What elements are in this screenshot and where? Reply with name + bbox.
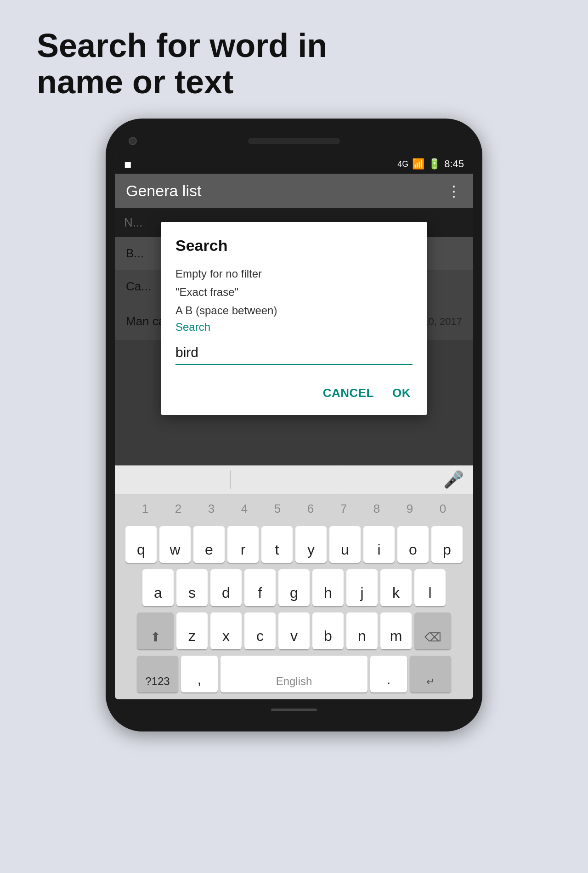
comma-key[interactable]: ,: [181, 656, 218, 692]
app-toolbar: Genera list ⋮: [115, 174, 473, 208]
symbols-key[interactable]: ?123: [137, 656, 178, 692]
phone-screen: ◼ 4G 📶 🔋 8:45 Genera list ⋮ N...: [115, 154, 473, 699]
signal-label: 4G: [397, 159, 408, 169]
key-o[interactable]: o: [397, 526, 429, 563]
key-r[interactable]: r: [227, 526, 259, 563]
num-7: 7: [328, 497, 359, 520]
phone-frame: ◼ 4G 📶 🔋 8:45 Genera list ⋮ N...: [106, 119, 482, 731]
phone-top-bar: [115, 132, 473, 154]
dialog-title: Search: [175, 237, 413, 255]
keyboard-row-4: ?123 , English . ↵: [115, 652, 473, 699]
key-t[interactable]: t: [261, 526, 293, 563]
keyboard-row-1: q w e r t y u i o p: [115, 523, 473, 566]
space-key[interactable]: English: [220, 656, 368, 692]
key-p[interactable]: p: [431, 526, 463, 563]
key-c[interactable]: c: [244, 612, 276, 649]
phone-bottom-bar: [115, 699, 473, 718]
key-g[interactable]: g: [278, 569, 310, 606]
num-1: 1: [130, 497, 161, 520]
key-f[interactable]: f: [244, 569, 276, 606]
cancel-button[interactable]: CANCEL: [321, 382, 376, 404]
notification-icon: ◼: [124, 159, 132, 170]
signal-bars-icon: 📶: [412, 158, 424, 170]
enter-key[interactable]: ↵: [410, 656, 451, 692]
keyboard-row-3: ⬆ z x c v b n m ⌫: [115, 609, 473, 652]
dialog-hint-link: Search: [175, 321, 413, 334]
num-6: 6: [295, 497, 326, 520]
battery-icon: 🔋: [428, 158, 441, 170]
key-s[interactable]: s: [176, 569, 208, 606]
dialog-overlay: Search Empty for no filter "Exact frase"…: [115, 208, 473, 465]
backspace-icon: ⌫: [424, 630, 441, 645]
app-content: N... B... Ca... Man cards Dec 10, 2017 S…: [115, 208, 473, 465]
key-j[interactable]: j: [346, 569, 378, 606]
key-n[interactable]: n: [346, 612, 378, 649]
dialog-actions: CANCEL OK: [175, 379, 413, 404]
dialog-hint-2: "Exact frase": [175, 284, 413, 300]
home-indicator: [271, 709, 317, 711]
page-title: Search for word in name or text: [0, 0, 364, 119]
time-label: 8:45: [444, 158, 464, 170]
key-x[interactable]: x: [210, 612, 242, 649]
keyboard-row-2: a s d f g h j k l: [115, 566, 473, 609]
key-y[interactable]: y: [295, 526, 327, 563]
enter-icon: ↵: [426, 676, 435, 688]
num-4: 4: [229, 497, 260, 520]
key-u[interactable]: u: [329, 526, 361, 563]
status-right: 4G 📶 🔋 8:45: [397, 158, 464, 170]
phone-mockup: ◼ 4G 📶 🔋 8:45 Genera list ⋮ N...: [106, 119, 482, 731]
keyboard: 🎤 1 2 3 4 5 6 7 8 9 0 q: [115, 465, 473, 699]
key-a[interactable]: a: [142, 569, 174, 606]
key-q[interactable]: q: [125, 526, 157, 563]
shift-key[interactable]: ⬆: [137, 612, 174, 649]
status-left: ◼: [124, 159, 132, 170]
number-row: 1 2 3 4 5 6 7 8 9 0: [115, 494, 473, 523]
key-e[interactable]: e: [193, 526, 225, 563]
search-dialog: Search Empty for no filter "Exact frase"…: [161, 222, 427, 415]
suggestion-divider-3: [337, 471, 443, 489]
search-input[interactable]: [175, 341, 413, 365]
num-8: 8: [361, 497, 392, 520]
toolbar-title: Genera list: [126, 182, 201, 200]
key-d[interactable]: d: [210, 569, 242, 606]
backspace-key[interactable]: ⌫: [414, 612, 451, 649]
camera: [129, 137, 137, 145]
num-3: 3: [196, 497, 227, 520]
key-l[interactable]: l: [414, 569, 446, 606]
dialog-input-wrapper: [175, 341, 413, 365]
suggestion-divider-2: [231, 471, 337, 489]
speaker: [248, 138, 340, 144]
shift-icon: ⬆: [150, 629, 161, 645]
dialog-hint-3: A B (space between): [175, 302, 413, 319]
mic-icon[interactable]: 🎤: [443, 470, 464, 489]
suggestion-divider-1: [124, 471, 231, 489]
overflow-menu-icon[interactable]: ⋮: [447, 182, 462, 200]
num-2: 2: [163, 497, 194, 520]
status-bar: ◼ 4G 📶 🔋 8:45: [115, 154, 473, 174]
ok-button[interactable]: OK: [390, 382, 413, 404]
key-m[interactable]: m: [380, 612, 412, 649]
dialog-hint-1: Empty for no filter: [175, 266, 413, 282]
key-h[interactable]: h: [312, 569, 344, 606]
key-w[interactable]: w: [159, 526, 191, 563]
key-b[interactable]: b: [312, 612, 344, 649]
period-key[interactable]: .: [370, 656, 407, 692]
num-0: 0: [427, 497, 458, 520]
key-k[interactable]: k: [380, 569, 412, 606]
key-i[interactable]: i: [363, 526, 395, 563]
key-v[interactable]: v: [278, 612, 310, 649]
num-9: 9: [394, 497, 425, 520]
num-5: 5: [262, 497, 293, 520]
key-z[interactable]: z: [176, 612, 208, 649]
keyboard-suggestions-bar: 🎤: [115, 465, 473, 494]
